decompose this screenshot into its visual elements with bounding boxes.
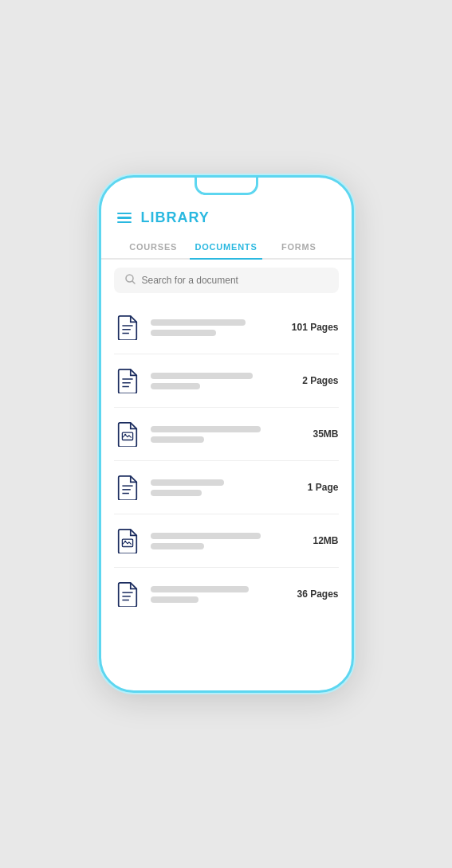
svg-point-14 xyxy=(124,541,126,542)
document-size: 12MB xyxy=(312,535,338,546)
list-item[interactable]: 2 Pages xyxy=(114,354,339,408)
doc-title-placeholder xyxy=(151,533,261,539)
doc-subtitle-placeholder xyxy=(151,543,204,549)
page-title: LIBRARY xyxy=(141,209,210,226)
doc-subtitle-placeholder xyxy=(151,596,198,603)
document-info xyxy=(151,373,293,389)
list-item[interactable]: 36 Pages xyxy=(114,568,339,620)
list-item[interactable]: 12MB xyxy=(114,514,339,568)
document-icon xyxy=(114,312,141,342)
menu-icon[interactable] xyxy=(117,213,132,224)
doc-title-placeholder xyxy=(151,319,246,326)
phone-shell: LIBRARY COURSES DOCUMENTS FORMS xyxy=(99,175,354,693)
tab-forms[interactable]: FORMS xyxy=(262,236,335,258)
document-size: 35MB xyxy=(312,428,338,440)
tab-courses[interactable]: COURSES xyxy=(117,236,190,258)
doc-title-placeholder xyxy=(151,479,225,486)
list-item[interactable]: 1 Page xyxy=(114,461,339,514)
list-item[interactable]: 35MB xyxy=(114,408,339,461)
phone-notch xyxy=(195,178,258,195)
doc-subtitle-placeholder xyxy=(151,490,202,496)
doc-title-placeholder xyxy=(151,586,250,592)
search-input[interactable] xyxy=(142,275,328,286)
document-info xyxy=(151,426,304,443)
document-icon xyxy=(114,419,141,449)
document-size: 36 Pages xyxy=(297,588,338,600)
search-bar xyxy=(114,268,339,293)
doc-subtitle-placeholder xyxy=(151,383,201,389)
document-size: 1 Page xyxy=(308,482,339,493)
document-info xyxy=(151,479,298,496)
document-size: 2 Pages xyxy=(302,375,338,386)
doc-subtitle-placeholder xyxy=(151,330,217,336)
header: LIBRARY xyxy=(101,195,352,226)
tab-bar: COURSES DOCUMENTS FORMS xyxy=(101,236,352,260)
document-icon xyxy=(114,366,141,396)
doc-title-placeholder xyxy=(151,373,254,379)
document-info xyxy=(151,533,304,549)
phone-content: LIBRARY COURSES DOCUMENTS FORMS xyxy=(101,195,352,690)
tab-documents[interactable]: DOCUMENTS xyxy=(190,236,262,258)
doc-subtitle-placeholder xyxy=(151,436,204,443)
svg-line-1 xyxy=(132,281,135,283)
svg-point-9 xyxy=(124,434,126,436)
search-icon xyxy=(125,274,136,287)
document-icon xyxy=(114,579,141,609)
doc-title-placeholder xyxy=(151,426,261,432)
document-info xyxy=(151,319,282,336)
list-item[interactable]: 101 Pages xyxy=(114,301,339,354)
document-list: 101 Pages 2 Pages xyxy=(101,301,352,690)
document-icon xyxy=(114,472,141,502)
document-icon xyxy=(114,526,141,556)
document-info xyxy=(151,586,288,603)
document-size: 101 Pages xyxy=(292,322,339,333)
